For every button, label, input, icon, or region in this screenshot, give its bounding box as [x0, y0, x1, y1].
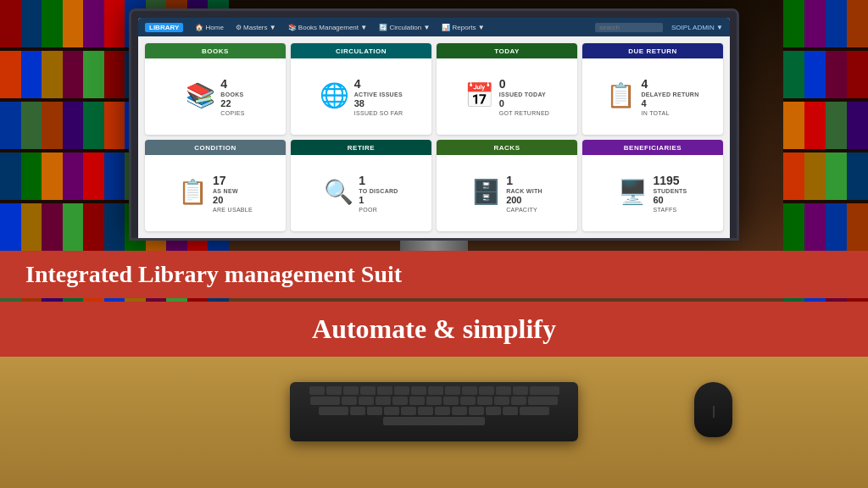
books-sub: 22: [220, 98, 231, 109]
circulation-card-body: 🌐 4 ACTIVE ISSUES 38 ISSUED SO FAR: [291, 58, 431, 135]
key: [326, 386, 342, 395]
key-backspace: [530, 386, 559, 395]
key: [360, 386, 376, 395]
condition-sub-label: ARE USABLE: [213, 207, 253, 213]
retire-number: 1: [359, 174, 365, 188]
retire-card-body: 🔍 1 TO DISCARD 1 POOR: [291, 155, 431, 231]
today-label: ISSUED TODAY: [499, 92, 546, 97]
retire-card: RETIRE 🔍 1 TO DISCARD 1 POOR: [291, 140, 431, 231]
condition-card: CONDITION 📋 17 AS NEW 20 ARE USABLE: [145, 140, 286, 231]
nav-user[interactable]: SOIPL ADMIN ▼: [671, 24, 723, 31]
key: [342, 396, 357, 405]
due-return-card: DUE RETURN 📋 4 DELAYED RETURN 4 IN TOTAL: [582, 43, 723, 135]
today-sub-label: GOT RETURNED: [499, 110, 549, 116]
condition-label: AS NEW: [213, 188, 238, 194]
key: [445, 386, 460, 395]
key: [479, 386, 494, 395]
nav-home[interactable]: 🏠 Home: [190, 22, 229, 33]
key: [309, 386, 325, 395]
key: [418, 407, 433, 415]
beneficiaries-card-header: BENEFICIARIES: [582, 140, 723, 155]
monitor-screen-wrapper: LIBRARY 🏠 Home ⚙ Masters ▼ 📚 Books Manag…: [129, 8, 739, 241]
condition-card-header: CONDITION: [145, 140, 286, 155]
mouse: [694, 382, 732, 437]
retire-sub: 1: [359, 195, 364, 206]
banner-text-2: Automate & simplify: [312, 313, 556, 344]
nav-bar: LIBRARY 🏠 Home ⚙ Masters ▼ 📚 Books Manag…: [138, 18, 730, 36]
beneficiaries-sub-label: STAFFS: [653, 207, 676, 213]
condition-number: 17: [213, 174, 226, 188]
racks-card-body: 🗄️ 1 RACK WITH 200 CAPACITY: [437, 155, 577, 231]
nav-books[interactable]: 📚 Books Management ▼: [283, 22, 373, 33]
key: [435, 407, 450, 415]
retire-sub-label: POOR: [359, 207, 377, 213]
today-icon: 📅: [465, 84, 494, 108]
key: [394, 386, 409, 395]
racks-sub-label: CAPACITY: [506, 207, 537, 213]
condition-sub: 20: [213, 195, 223, 206]
due-return-icon: 📋: [606, 84, 636, 108]
key: [494, 396, 509, 405]
key: [511, 396, 526, 405]
key-caps: [319, 407, 348, 415]
books-label: BOOKS: [220, 92, 243, 97]
retire-card-header: RETIRE: [291, 140, 431, 155]
key: [469, 407, 484, 415]
key-spacebar: [383, 417, 485, 425]
racks-card: RACKS 🗄️ 1 RACK WITH 200 CAPACITY: [437, 140, 577, 231]
key: [513, 386, 528, 395]
today-card-body: 📅 0 ISSUED TODAY 0 GOT RETURNED: [437, 58, 577, 135]
condition-icon: 📋: [178, 180, 208, 204]
key: [428, 386, 443, 395]
key: [343, 386, 359, 395]
racks-sub: 200: [506, 195, 521, 206]
retire-label: TO DISCARD: [359, 188, 398, 194]
circulation-card: CIRCULATION 🌐 4 ACTIVE ISSUES 38 ISSUED …: [291, 43, 431, 135]
key: [409, 396, 425, 405]
racks-number: 1: [506, 174, 513, 188]
books-icon: 📚: [186, 84, 215, 108]
racks-card-header: RACKS: [437, 140, 577, 155]
nav-masters[interactable]: ⚙ Masters ▼: [231, 22, 281, 33]
nav-circulation[interactable]: 🔄 Circulation ▼: [374, 22, 435, 33]
key: [411, 386, 426, 395]
key: [426, 396, 442, 405]
banner-2: Automate & simplify: [0, 302, 868, 357]
circulation-number: 4: [354, 77, 361, 92]
banner-container: Integrated Library management Suit Autom…: [0, 251, 868, 357]
key: [486, 407, 501, 415]
key: [376, 396, 391, 405]
circulation-sub-label: ISSUED SO FAR: [354, 110, 403, 116]
beneficiaries-sub: 60: [653, 195, 663, 206]
key-tab: [310, 396, 340, 405]
key: [359, 396, 374, 405]
beneficiaries-icon: 🖥️: [618, 180, 648, 204]
key: [443, 396, 459, 405]
nav-logo: LIBRARY: [145, 23, 183, 32]
key-enter: [528, 396, 558, 405]
books-number: 4: [220, 77, 227, 92]
key: [460, 396, 476, 405]
today-card-header: TODAY: [437, 43, 577, 58]
nav-reports[interactable]: 📊 Reports ▼: [437, 22, 489, 33]
key: [496, 386, 511, 395]
beneficiaries-card-body: 🖥️ 1195 STUDENTS 60 STAFFS: [582, 155, 723, 231]
today-sub: 0: [499, 98, 504, 109]
today-number: 0: [499, 77, 506, 92]
keyboard: [290, 382, 578, 441]
monitor-screen: LIBRARY 🏠 Home ⚙ Masters ▼ 📚 Books Manag…: [138, 18, 730, 238]
key: [384, 407, 399, 415]
beneficiaries-label: STUDENTS: [653, 188, 687, 194]
condition-card-body: 📋 17 AS NEW 20 ARE USABLE: [145, 155, 286, 231]
key: [477, 396, 492, 405]
due-return-label: DELAYED RETURN: [641, 92, 698, 97]
due-return-card-header: DUE RETURN: [582, 43, 723, 58]
search-input[interactable]: [595, 23, 663, 32]
key: [401, 407, 416, 415]
due-return-number: 4: [641, 77, 648, 92]
racks-label: RACK WITH: [506, 188, 542, 194]
key: [350, 407, 365, 415]
mouse-line: [713, 406, 714, 418]
beneficiaries-card: BENEFICIARIES 🖥️ 1195 STUDENTS 60 STAFFS: [582, 140, 723, 231]
key: [452, 407, 467, 415]
